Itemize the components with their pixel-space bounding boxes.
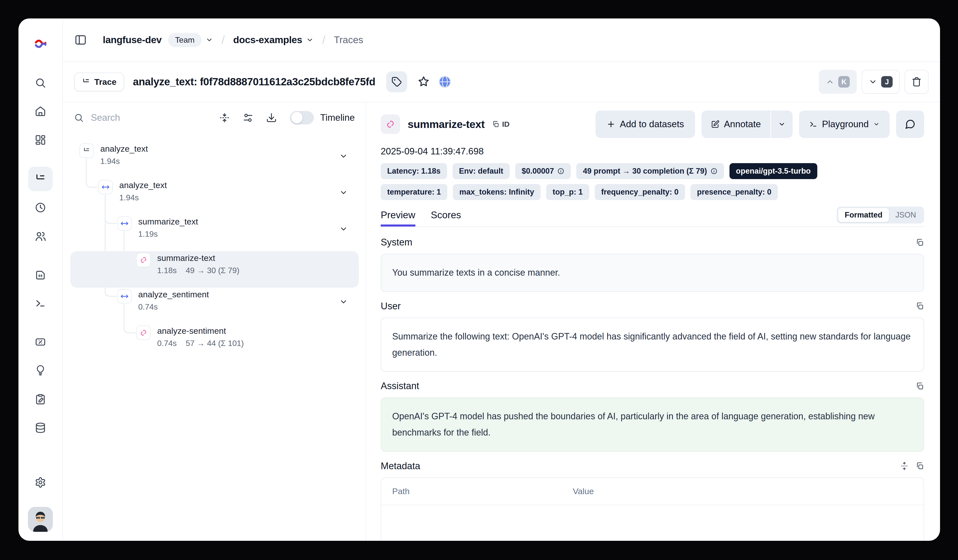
node-duration: 1.18s: [157, 266, 177, 275]
copy-icon[interactable]: [915, 302, 924, 310]
terminal-icon: [809, 120, 818, 128]
cost-badge[interactable]: $0.00007: [515, 163, 571, 179]
playground-terminal-icon[interactable]: [35, 298, 46, 309]
home-icon[interactable]: [35, 106, 46, 117]
collapse-chevron-icon[interactable]: [339, 298, 348, 306]
settings-gear-icon[interactable]: [35, 477, 46, 488]
datasets-database-icon[interactable]: [35, 422, 46, 433]
sidebar-item-tracing[interactable]: [28, 167, 52, 191]
collapse-all-icon[interactable]: [219, 112, 230, 123]
generation-node-box: [136, 325, 151, 340]
breadcrumb-page[interactable]: Traces: [334, 35, 363, 45]
previous-trace-button[interactable]: K: [819, 70, 857, 94]
observation-title: summarize-text: [408, 118, 484, 130]
model-badge[interactable]: openai/gpt-3.5-turbo: [730, 163, 817, 179]
generation-icon: [385, 119, 395, 129]
search-icon[interactable]: [35, 77, 46, 89]
langfuse-logo-icon[interactable]: [34, 38, 47, 51]
users-icon[interactable]: [35, 231, 46, 242]
search-icon: [74, 113, 84, 123]
user-avatar[interactable]: [28, 507, 53, 532]
comment-bubble-icon: [905, 119, 915, 130]
trace-type-button[interactable]: Trace: [75, 73, 124, 91]
project-chevron-down-icon[interactable]: [306, 36, 314, 44]
trace-node-box: [79, 143, 94, 158]
tree-row-analyze-text-trace[interactable]: analyze_text 1.94s: [70, 142, 359, 178]
param-badge: temperature: 1: [381, 184, 447, 200]
token-usage-badge[interactable]: 49 prompt → 30 completion (Σ 79): [576, 163, 724, 179]
node-token-metrics: 57 → 44 (Σ 101): [186, 339, 244, 348]
star-bookmark-icon[interactable]: [417, 75, 430, 88]
copy-icon: [492, 121, 500, 128]
tree-row-summarize-text-span[interactable]: summarize_text 1.19s: [70, 215, 359, 251]
lightbulb-icon[interactable]: [35, 365, 46, 376]
system-message-box: You summarize texts in a concise manner.: [381, 254, 924, 292]
sidebar-toggle-icon[interactable]: [75, 34, 87, 46]
comments-button[interactable]: [896, 111, 924, 138]
copy-icon[interactable]: [915, 462, 924, 470]
download-icon[interactable]: [266, 112, 277, 123]
delete-trace-button[interactable]: [905, 70, 929, 94]
copy-icon[interactable]: [915, 382, 924, 390]
observation-timestamp: 2025-09-04 11:39:47.698: [381, 146, 924, 157]
copy-id-button[interactable]: ID: [492, 120, 509, 128]
annotate-button[interactable]: Annotate: [701, 111, 770, 138]
prompts-icon[interactable]: [35, 270, 46, 281]
info-icon: [711, 168, 717, 175]
format-json-option[interactable]: JSON: [889, 208, 923, 222]
shortcut-key-j: J: [881, 76, 893, 87]
copy-icon[interactable]: [915, 238, 924, 247]
tab-preview[interactable]: Preview: [381, 209, 416, 227]
add-to-datasets-label: Add to datasets: [620, 119, 684, 130]
tree-row-summarize-text-generation[interactable]: summarize-text 1.18s 49 → 30 (Σ 79): [70, 251, 359, 288]
node-label: analyze_text: [100, 144, 148, 154]
span-icon: [121, 219, 128, 227]
node-duration: 0.74s: [157, 339, 177, 348]
assistant-message-box: OpenAI's GPT-4 model has pushed the boun…: [381, 397, 924, 452]
tree-settings-icon[interactable]: [243, 112, 254, 123]
org-name[interactable]: langfuse-dev: [103, 35, 162, 45]
trace-type-label: Trace: [94, 77, 116, 87]
tag-icon: [392, 76, 402, 87]
id-label: ID: [502, 120, 509, 128]
project-name[interactable]: docs-examples: [233, 35, 302, 45]
sessions-clock-icon[interactable]: [35, 202, 46, 213]
tree-row-analyze-sentiment-span[interactable]: analyze_sentiment 0.74s: [70, 288, 359, 324]
format-formatted-option[interactable]: Formatted: [838, 208, 889, 222]
dashboard-icon[interactable]: [35, 134, 46, 146]
scores-icon[interactable]: [35, 336, 46, 348]
tab-scores[interactable]: Scores: [431, 209, 461, 227]
param-badge: presence_penalty: 0: [690, 184, 778, 200]
env-badge: Env: default: [452, 163, 510, 179]
node-duration: 1.94s: [119, 193, 139, 202]
collapse-chevron-icon[interactable]: [339, 188, 348, 197]
next-trace-button[interactable]: J: [862, 70, 899, 94]
public-globe-icon[interactable]: [438, 75, 452, 89]
expand-vertical-icon[interactable]: [900, 462, 909, 470]
tree-row-analyze-sentiment-generation[interactable]: analyze-sentiment 0.74s 57 → 44 (Σ 101): [70, 324, 359, 360]
playground-button[interactable]: Playground: [799, 111, 890, 138]
add-to-datasets-button[interactable]: Add to datasets: [595, 111, 695, 138]
trace-icon: [83, 147, 90, 154]
generation-icon-box: [381, 114, 400, 134]
search-input[interactable]: [90, 112, 206, 123]
tag-button[interactable]: [386, 71, 407, 92]
param-badge: max_tokens: Infinity: [453, 184, 541, 200]
node-label: analyze_sentiment: [138, 290, 209, 299]
timeline-toggle[interactable]: [290, 111, 314, 124]
trace-header-bar: Trace analyze_text: f0f78d8887011612a3c2…: [63, 62, 940, 102]
org-chevron-down-icon[interactable]: [206, 36, 213, 44]
assistant-message-text: OpenAI's GPT-4 model has pushed the boun…: [392, 411, 875, 438]
playground-label: Playground: [822, 119, 869, 130]
avatar-image: [28, 507, 53, 532]
collapse-chevron-icon[interactable]: [339, 225, 348, 233]
detail-header: summarize-text ID Add to datasets: [381, 110, 924, 139]
tree-row-analyze-text-span[interactable]: analyze_text 1.94s: [70, 178, 359, 215]
node-label: summarize-text: [157, 253, 240, 263]
param-badge: top_p: 1: [546, 184, 589, 200]
toggle-knob: [291, 112, 303, 124]
annotation-clipboard-icon[interactable]: [35, 393, 46, 405]
trace-title: analyze_text: f0f78d8887011612a3c25bdcb8…: [133, 76, 376, 88]
annotate-dropdown-button[interactable]: [771, 111, 793, 138]
collapse-chevron-icon[interactable]: [339, 152, 348, 160]
